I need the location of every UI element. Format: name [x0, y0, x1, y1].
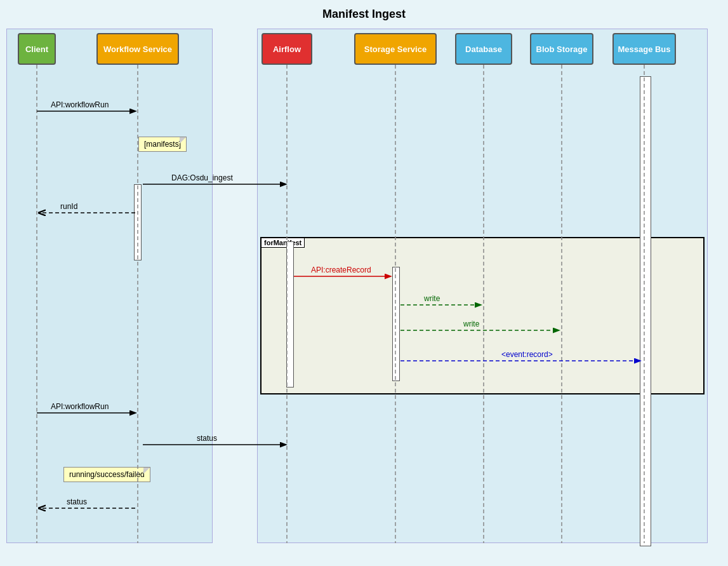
- actor-client: Client: [18, 33, 56, 65]
- note-manifests: [manifests]: [138, 137, 187, 152]
- msg-label-7: <event:record>: [501, 350, 553, 359]
- actor-msgbus: Message Bus: [612, 33, 676, 65]
- frame-formanifest: forManifest: [260, 237, 705, 394]
- activation-airflow-1: [286, 241, 294, 387]
- actor-storage: Storage Service: [354, 33, 437, 65]
- actor-database: Database: [455, 33, 512, 65]
- activation-msgbus-1: [640, 76, 651, 546]
- actor-blob: Blob Storage: [530, 33, 593, 65]
- note-status: running/success/failed: [63, 467, 150, 482]
- diagram-container: Manifest Ingest Client Workflow Service …: [0, 0, 728, 566]
- msg-label-1: API:workflowRun: [51, 100, 109, 109]
- activation-storage-1: [392, 267, 400, 381]
- frame-label: forManifest: [261, 238, 305, 248]
- msg-label-4: API:createRecord: [311, 266, 371, 274]
- msg-label-5: write: [424, 294, 440, 303]
- diagram-title: Manifest Ingest: [0, 0, 728, 21]
- actor-workflow: Workflow Service: [96, 33, 179, 65]
- left-group-panel: [6, 29, 213, 543]
- msg-label-3: runId: [60, 202, 77, 211]
- activation-workflow-1: [134, 184, 142, 260]
- msg-label-9: status: [197, 434, 217, 443]
- msg-label-10: status: [67, 497, 87, 506]
- msg-label-6: write: [463, 320, 479, 328]
- msg-label-2: DAG:Osdu_ingest: [171, 173, 233, 182]
- actor-airflow: Airflow: [261, 33, 312, 65]
- msg-label-8: API:workflowRun: [51, 402, 109, 411]
